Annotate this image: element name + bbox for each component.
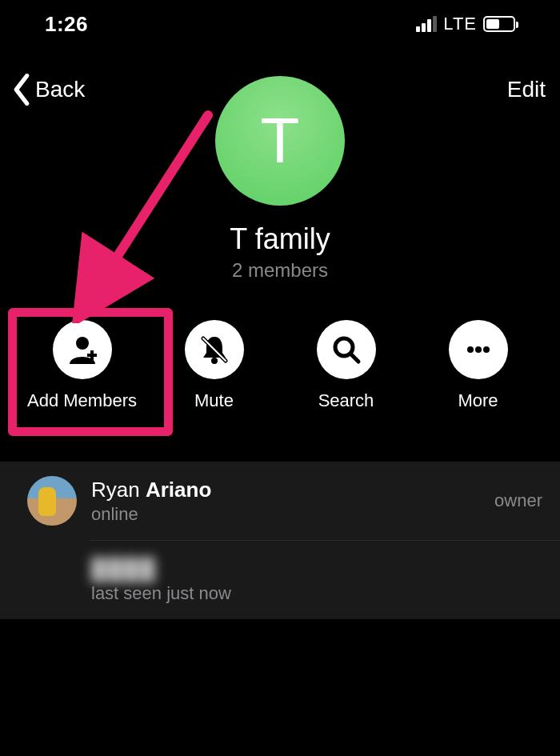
- svg-point-9: [475, 346, 482, 353]
- search-label: Search: [318, 390, 374, 411]
- search-button[interactable]: Search: [286, 320, 406, 411]
- status-bar: 1:26 LTE: [0, 0, 560, 48]
- group-name: T family: [0, 222, 560, 256]
- battery-icon: [483, 16, 515, 32]
- screen: 1:26 LTE Back Edit T T family 2 members …: [0, 0, 560, 756]
- add-members-button[interactable]: Add Members: [22, 320, 142, 411]
- search-icon: [317, 320, 376, 379]
- back-button[interactable]: Back: [11, 74, 85, 106]
- chevron-left-icon: [11, 74, 32, 106]
- member-row[interactable]: A ████ last seen just now: [90, 540, 560, 619]
- member-name: Ryan Ariano: [91, 478, 494, 502]
- svg-point-0: [76, 337, 89, 350]
- bell-off-icon: [185, 320, 244, 379]
- bottom-spacer: [0, 622, 560, 756]
- network-label: LTE: [443, 14, 477, 34]
- status-time: 1:26: [45, 12, 88, 37]
- group-avatar-letter: T: [261, 104, 300, 178]
- more-icon: [449, 320, 508, 379]
- svg-line-7: [351, 354, 358, 362]
- svg-point-3: [211, 358, 218, 364]
- signal-icon: [416, 16, 437, 32]
- more-button[interactable]: More: [418, 320, 538, 411]
- member-row[interactable]: Ryan Ariano online owner: [0, 462, 560, 540]
- annotation-arrow-icon: [40, 107, 216, 323]
- member-avatar: A: [27, 555, 77, 605]
- member-role: owner: [494, 490, 542, 511]
- member-avatar: [27, 476, 77, 526]
- edit-button[interactable]: Edit: [507, 77, 546, 102]
- back-label: Back: [35, 77, 85, 102]
- group-member-count: 2 members: [0, 259, 560, 282]
- group-avatar[interactable]: T: [215, 76, 345, 206]
- more-label: More: [458, 390, 498, 411]
- member-name-redacted: ████: [91, 557, 542, 582]
- member-status: online: [91, 504, 494, 525]
- svg-point-10: [483, 346, 490, 353]
- members-list: Ryan Ariano online owner A ████ last see…: [0, 462, 560, 619]
- action-row: Add Members Mute Search More: [0, 320, 560, 411]
- svg-point-8: [467, 346, 474, 353]
- svg-rect-2: [90, 350, 94, 360]
- member-status: last seen just now: [91, 583, 542, 604]
- add-person-icon: [53, 320, 112, 379]
- mute-label: Mute: [194, 390, 234, 411]
- status-right: LTE: [416, 14, 515, 34]
- add-members-label: Add Members: [27, 390, 137, 411]
- mute-button[interactable]: Mute: [154, 320, 274, 411]
